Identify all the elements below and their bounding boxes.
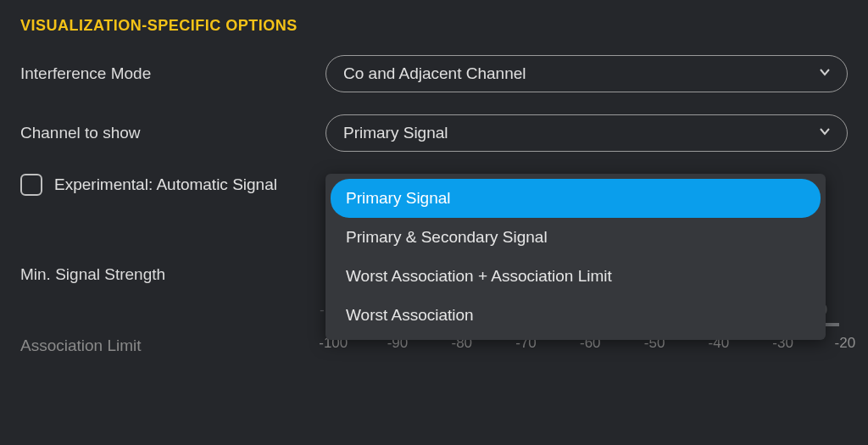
interference-select-value: Co and Adjacent Channel [343,64,526,83]
label-interference: Interference Mode [20,64,326,83]
dropdown-item-primary-secondary[interactable]: Primary & Secondary Signal [331,218,821,257]
experimental-label: Experimental: Automatic Signal [54,175,277,194]
experimental-checkbox[interactable] [20,174,42,196]
dropdown-item-primary[interactable]: Primary Signal [331,179,821,218]
options-panel: VISUALIZATION-SPECIFIC OPTIONS Interfere… [0,0,868,445]
label-assoc-limit: Association Limit [20,287,326,355]
channel-dropdown: Primary Signal Primary & Secondary Signa… [326,174,826,340]
label-channel: Channel to show [20,124,326,142]
row-channel: Channel to show Primary Signal [20,114,848,152]
channel-select-value: Primary Signal [343,124,448,142]
section-title: VISUALIZATION-SPECIFIC OPTIONS [20,17,848,35]
chevron-down-icon [818,124,832,142]
dropdown-item-worst-assoc[interactable]: Worst Association [331,296,821,335]
label-min-signal: Min. Signal Strength [20,233,326,284]
tick: -20 [835,335,856,352]
interference-select[interactable]: Co and Adjacent Channel [326,55,848,92]
row-interference: Interference Mode Co and Adjacent Channe… [20,55,848,92]
dropdown-item-worst-assoc-limit[interactable]: Worst Association + Association Limit [331,257,821,296]
chevron-down-icon [818,64,832,83]
channel-select[interactable]: Primary Signal [326,114,848,152]
